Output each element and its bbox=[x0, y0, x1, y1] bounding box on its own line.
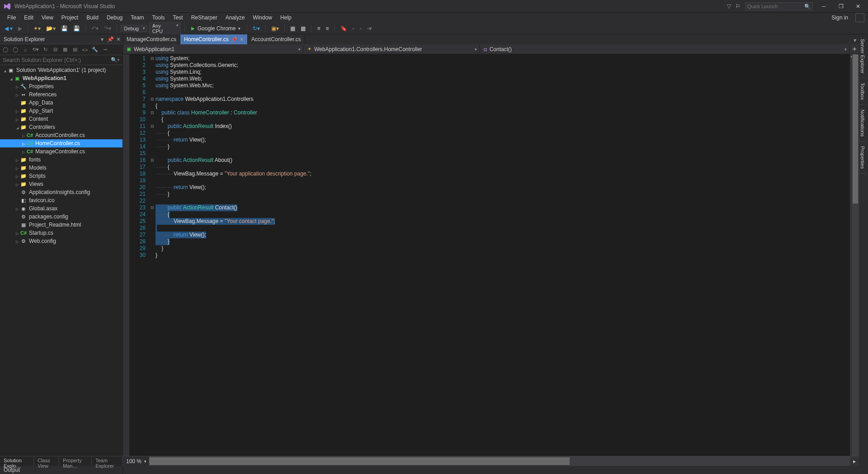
menu-debug[interactable]: Debug bbox=[103, 14, 126, 22]
tab-class-view[interactable]: Class View bbox=[34, 456, 59, 466]
tb-btn-2[interactable]: ▦ bbox=[288, 24, 297, 33]
tree-startup[interactable]: C#Startup.cs bbox=[0, 229, 123, 237]
tree-fonts[interactable]: 📁fonts bbox=[0, 156, 123, 164]
vertical-scrollbar[interactable] bbox=[852, 54, 859, 456]
undo-button[interactable]: ↶▾ bbox=[90, 24, 100, 33]
nav-member-dropdown[interactable]: ◘Contact() bbox=[480, 45, 850, 53]
tree-appstart[interactable]: 📁App_Start bbox=[0, 107, 123, 115]
browser-link-refresh-button[interactable]: ↻▾ bbox=[251, 24, 262, 33]
user-avatar-icon[interactable] bbox=[855, 13, 864, 22]
se-preview-icon[interactable]: <> bbox=[81, 46, 89, 53]
tree-properties[interactable]: 🔧Properties bbox=[0, 82, 123, 90]
tb-btn-4[interactable]: ▫ bbox=[351, 24, 356, 33]
close-window-button[interactable]: ✕ bbox=[852, 2, 864, 11]
code-editor[interactable]: 1234567891011121314151617181920212223242… bbox=[123, 54, 859, 456]
zoom-dropdown[interactable]: 100 %▾ bbox=[123, 456, 149, 466]
menu-file[interactable]: File bbox=[4, 14, 19, 22]
navigate-back-button[interactable]: ◀ ▾ bbox=[3, 24, 14, 33]
tree-solution[interactable]: ▣Solution 'WebApplication1' (1 project) bbox=[0, 66, 123, 74]
tree-readme[interactable]: ▦Project_Readme.html bbox=[0, 221, 123, 229]
menu-test[interactable]: Test bbox=[170, 14, 187, 22]
quick-launch-input[interactable]: 🔍 bbox=[745, 2, 813, 10]
output-panel-header[interactable]: Output bbox=[0, 466, 123, 474]
se-key-icon[interactable]: ⊸ bbox=[101, 46, 108, 53]
se-sync-icon[interactable]: ⟲▾ bbox=[32, 46, 39, 53]
menu-view[interactable]: View bbox=[38, 14, 57, 22]
split-h-icon[interactable]: ▸ bbox=[850, 456, 859, 466]
se-refresh-icon[interactable]: ↻ bbox=[42, 46, 49, 53]
se-home-icon[interactable]: ⌂ bbox=[22, 46, 29, 53]
tree-models[interactable]: 📁Models bbox=[0, 164, 123, 172]
tree-content[interactable]: 📁Content bbox=[0, 115, 123, 123]
tree-global[interactable]: ◉Global.asax bbox=[0, 204, 123, 213]
se-fwd-icon[interactable]: ◯ bbox=[12, 46, 19, 53]
redo-button[interactable]: ↷▾ bbox=[102, 24, 113, 33]
nav-project-dropdown[interactable]: ▣WebApplication1 bbox=[123, 45, 304, 53]
save-all-button[interactable]: 💾 bbox=[71, 24, 82, 33]
uncomment-button[interactable]: ≡ bbox=[324, 24, 331, 33]
start-debug-button[interactable]: ▶ Google Chrome ▾ bbox=[189, 24, 244, 33]
doc-tab-account[interactable]: AccountController.cs bbox=[248, 34, 305, 44]
split-editor-icon[interactable]: ✚ bbox=[853, 47, 856, 52]
pin-icon[interactable]: 📌 bbox=[231, 37, 237, 42]
tab-property-manager[interactable]: Property Man… bbox=[59, 456, 92, 466]
tree-webconfig[interactable]: ⚙Web.config bbox=[0, 237, 123, 245]
tab-toolbox[interactable]: Toolbox bbox=[859, 78, 866, 105]
menu-help[interactable]: Help bbox=[277, 14, 295, 22]
tab-notifications[interactable]: Notifications bbox=[859, 105, 866, 142]
tab-properties[interactable]: Properties bbox=[859, 142, 866, 174]
close-panel-button[interactable]: ✕ bbox=[114, 36, 123, 43]
menu-analyze[interactable]: Analyze bbox=[222, 14, 249, 22]
navigate-forward-button[interactable]: ▶ bbox=[16, 24, 24, 33]
platform-dropdown[interactable]: Any CPU bbox=[149, 22, 181, 35]
menu-tools[interactable]: Tools bbox=[149, 14, 169, 22]
tree-account-controller[interactable]: C#AccountController.cs bbox=[0, 131, 123, 139]
se-wrench-icon[interactable]: 🔧 bbox=[91, 46, 99, 53]
tab-overflow-icon[interactable]: ▾ bbox=[851, 36, 859, 44]
config-dropdown[interactable]: Debug bbox=[121, 25, 147, 32]
close-tab-icon[interactable]: ✕ bbox=[240, 37, 244, 43]
menu-resharper[interactable]: ReSharper bbox=[188, 14, 221, 22]
tree-references[interactable]: ▪▪References bbox=[0, 90, 123, 99]
tree-project[interactable]: ▣WebApplication1 bbox=[0, 74, 123, 82]
menu-build[interactable]: Build bbox=[83, 14, 102, 22]
open-file-button[interactable]: 📂▾ bbox=[44, 24, 57, 33]
tb-btn-5[interactable]: ▫ bbox=[358, 24, 363, 33]
se-props-icon[interactable]: ▤ bbox=[71, 46, 79, 53]
tree-scripts[interactable]: 📁Scripts bbox=[0, 172, 123, 180]
tree-manage-controller[interactable]: C#ManageController.cs bbox=[0, 147, 123, 156]
tb-btn-3[interactable]: ▦ bbox=[299, 24, 307, 33]
solution-tree[interactable]: ▣Solution 'WebApplication1' (1 project) … bbox=[0, 65, 123, 456]
doc-tab-home[interactable]: HomeController.cs📌✕ bbox=[180, 34, 248, 44]
filter-icon[interactable]: ▽ bbox=[727, 3, 731, 9]
solution-explorer-search[interactable]: 🔍▾ bbox=[0, 55, 123, 65]
menu-edit[interactable]: Edit bbox=[20, 14, 37, 22]
horizontal-scrollbar[interactable] bbox=[149, 456, 850, 466]
nav-class-dropdown[interactable]: ✦WebApplication1.Controllers.HomeControl… bbox=[304, 45, 480, 53]
pin-button[interactable]: 📌 bbox=[106, 36, 114, 43]
menu-team[interactable]: Team bbox=[127, 14, 147, 22]
new-project-button[interactable]: ✦▾ bbox=[32, 24, 42, 33]
restore-button[interactable]: ❐ bbox=[835, 2, 847, 11]
tree-appinsights[interactable]: ⚙ApplicationInsights.config bbox=[0, 188, 123, 196]
comment-button[interactable]: ≡ bbox=[315, 24, 322, 33]
tb-btn-1[interactable]: ▣▾ bbox=[269, 24, 281, 33]
menu-window[interactable]: Window bbox=[249, 14, 276, 22]
tab-team-explorer[interactable]: Team Explorer bbox=[92, 456, 123, 466]
tree-appdata[interactable]: 📁App_Data bbox=[0, 99, 123, 107]
tree-views[interactable]: 📁Views bbox=[0, 180, 123, 188]
tree-packages[interactable]: ⚙packages.config bbox=[0, 213, 123, 221]
tree-favicon[interactable]: ◧favicon.ico bbox=[0, 196, 123, 204]
tb-btn-6[interactable]: ▫▾ bbox=[365, 24, 373, 33]
menu-project[interactable]: Project bbox=[58, 14, 82, 22]
se-back-icon[interactable]: ◯ bbox=[2, 46, 9, 53]
sign-in-link[interactable]: Sign in bbox=[828, 14, 852, 22]
se-collapse-icon[interactable]: ⊟ bbox=[52, 46, 59, 53]
window-position-button[interactable]: ▾ bbox=[98, 36, 106, 43]
tree-controllers[interactable]: 📁Controllers bbox=[0, 123, 123, 131]
save-button[interactable]: 💾 bbox=[59, 24, 70, 33]
minimize-button[interactable]: ─ bbox=[817, 2, 830, 11]
tree-home-controller[interactable]: C#HomeController.cs bbox=[0, 139, 123, 147]
doc-tab-manage[interactable]: ManageController.cs bbox=[123, 34, 180, 44]
notifications-flag-icon[interactable]: ⚐ bbox=[736, 3, 741, 9]
